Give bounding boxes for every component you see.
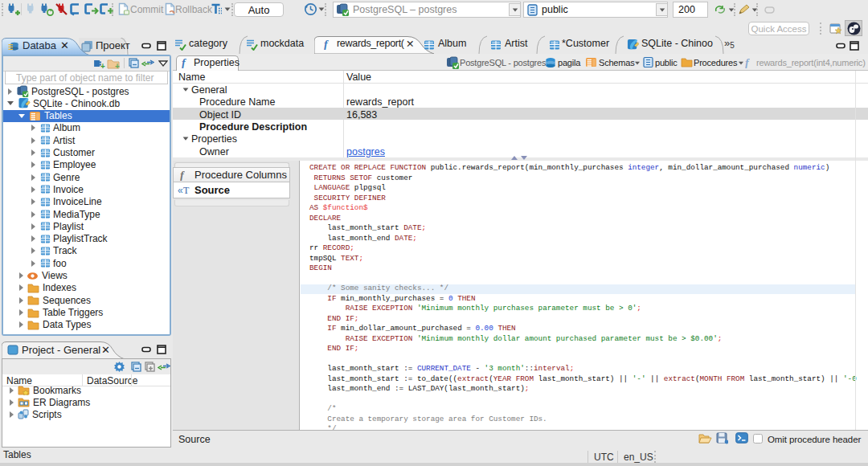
svg-text:f: f xyxy=(180,170,185,181)
svg-text:«: « xyxy=(178,185,183,195)
svg-text:+: + xyxy=(100,62,105,70)
svg-text:+: + xyxy=(115,62,120,70)
svg-text:T: T xyxy=(183,185,190,195)
